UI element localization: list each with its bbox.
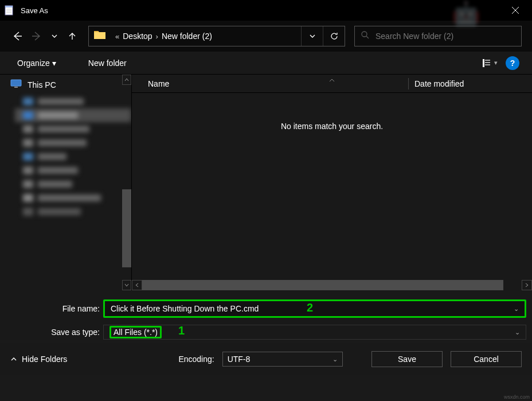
sidebar-item[interactable] [15,205,131,219]
breadcrumb-item[interactable]: New folder (2) [162,32,212,41]
sidebar: This PC [0,75,132,290]
sidebar-item[interactable] [15,95,131,108]
svg-rect-14 [14,87,18,88]
watermark-text: wsxdn.com [504,394,530,400]
address-dropdown-button[interactable] [301,26,323,46]
new-folder-button[interactable]: New folder [84,56,131,70]
chevron-down-icon: ⌄ [332,356,338,363]
recent-locations-button[interactable] [49,29,60,43]
scrollbar-thumb[interactable] [142,280,503,290]
horizontal-scrollbar [132,280,532,290]
toolbar: Organize ▾ New folder ▾ ? [0,52,532,75]
chevron-down-icon: ⌄ [515,329,520,336]
back-button[interactable] [10,29,24,43]
svg-rect-12 [485,64,490,65]
encoding-label: Encoding: [178,355,214,364]
cancel-button[interactable]: Cancel [451,351,522,367]
scrollbar-track[interactable] [142,280,522,290]
scroll-left-button[interactable] [132,280,142,290]
save-button[interactable]: Save [371,351,443,367]
sidebar-item-thispc[interactable]: This PC [0,75,131,95]
breadcrumb-separator-icon: « [115,32,119,41]
svg-rect-1 [5,6,13,7]
svg-line-8 [366,36,369,38]
empty-message: No items match your search. [132,122,532,131]
close-button[interactable] [502,1,529,20]
scroll-down-button[interactable] [122,280,131,290]
chevron-down-icon: ⌄ [514,305,519,313]
sidebar-item-label: This PC [28,80,56,89]
svg-point-7 [362,32,367,37]
search-icon [361,30,370,42]
notepad-icon [3,5,15,16]
hide-folders-button[interactable]: Hide Folders [10,355,67,364]
forward-button[interactable] [30,29,44,43]
sidebar-item[interactable] [15,177,131,191]
svg-rect-10 [485,60,490,61]
scrollbar-thumb[interactable] [122,189,131,267]
column-headers: Name Date modified [132,75,532,93]
watermark-logo: 🤖 [452,0,480,27]
sidebar-item[interactable] [15,163,131,177]
address-bar[interactable]: « Desktop › New folder (2) [88,26,345,46]
file-list-area: Name Date modified No items match your s… [132,75,532,290]
window-title: Save As [21,6,502,15]
encoding-select[interactable]: UTF-8 ⌄ [222,352,343,367]
chevron-up-icon [10,356,17,363]
sidebar-item[interactable] [15,122,131,136]
view-options-button[interactable]: ▾ [482,58,498,68]
search-placeholder: Search New folder (2) [375,32,453,41]
chevron-down-icon: ▾ [494,59,498,67]
filetype-label: Save as type: [0,328,103,337]
up-button[interactable] [65,29,79,43]
column-name[interactable]: Name [148,79,408,88]
sidebar-item[interactable] [15,150,131,163]
column-date[interactable]: Date modified [408,78,464,89]
sidebar-item[interactable] [15,136,131,150]
sort-indicator-icon [328,75,335,85]
svg-rect-11 [485,62,490,63]
main-area: This PC Name Date modified No items matc… [0,75,532,290]
sidebar-item[interactable] [15,191,131,205]
refresh-button[interactable] [323,26,345,46]
form-area: File name: Click it Before Shutting Down… [0,290,532,340]
scroll-right-button[interactable] [522,280,532,290]
svg-rect-9 [483,59,484,67]
scroll-up-button[interactable] [122,75,131,85]
annotation-1: 1 [178,324,185,337]
svg-rect-13 [11,80,21,86]
footer: Hide Folders Encoding: UTF-8 ⌄ Save Canc… [0,343,532,375]
filename-label: File name: [0,304,103,313]
filename-input[interactable]: Click it Before Shutting Down the PC.cmd… [103,299,526,318]
folder-icon [93,29,107,43]
breadcrumb: « Desktop › New folder (2) [112,32,301,41]
sidebar-item[interactable] [15,108,131,122]
search-input[interactable]: Search New folder (2) [354,26,522,46]
breadcrumb-separator-icon: › [156,32,158,41]
help-button[interactable]: ? [506,56,519,70]
annotation-2: 2 [307,301,313,314]
chevron-down-icon: ▾ [52,59,56,68]
filetype-select[interactable]: All Files (*.*) ⌄ [103,325,526,340]
organize-button[interactable]: Organize ▾ [13,56,61,70]
pc-icon [10,79,22,90]
breadcrumb-item[interactable]: Desktop [123,32,152,41]
